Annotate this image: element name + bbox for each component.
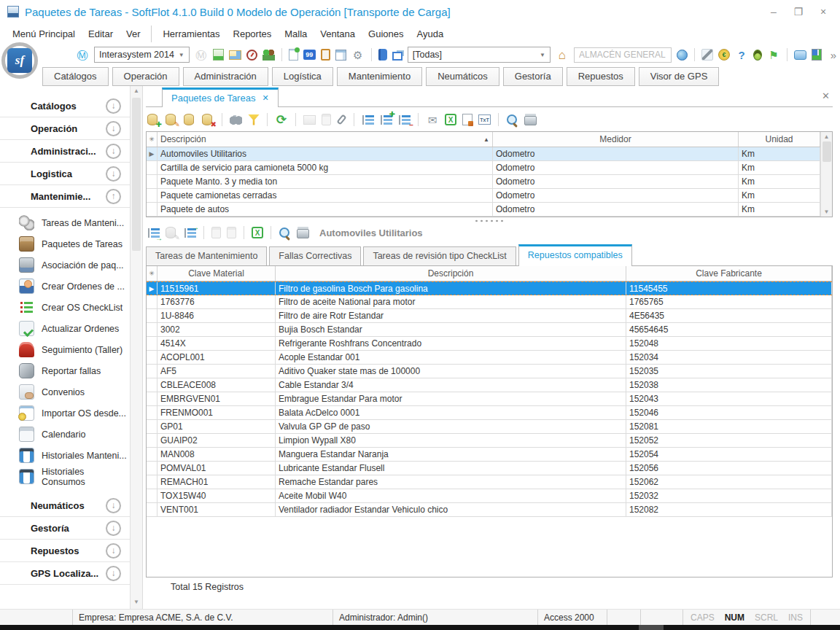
chat-icon[interactable] bbox=[794, 50, 806, 60]
export-excel-icon[interactable]: X bbox=[252, 227, 263, 238]
gear-icon[interactable]: ⚙ bbox=[351, 48, 365, 61]
filter-funnel-icon[interactable] bbox=[248, 114, 260, 125]
column-header-clave-fabricante[interactable]: Clave Fabricante bbox=[626, 266, 832, 281]
export-note-icon[interactable] bbox=[462, 114, 472, 125]
currency-icon[interactable]: € bbox=[718, 49, 730, 61]
sidebar-item[interactable]: Seguimiento (Taller) bbox=[0, 339, 130, 360]
scroll-down-icon[interactable]: ▼ bbox=[133, 599, 139, 607]
refresh-icon[interactable]: ⟳ bbox=[275, 113, 288, 126]
module-tab[interactable]: Repuestos bbox=[567, 67, 635, 86]
menu-item[interactable]: Guiones bbox=[362, 26, 410, 42]
attachment-paperclip-icon[interactable] bbox=[336, 114, 346, 125]
menu-item[interactable]: Ver bbox=[120, 26, 152, 42]
detail-tab[interactable]: Fallas Correctivas bbox=[269, 246, 361, 265]
close-button[interactable]: × bbox=[814, 6, 833, 18]
company-combobox[interactable]: Interasystem 2014 ▼ bbox=[94, 47, 190, 63]
sidebar-item[interactable]: Historiales Manteni... bbox=[0, 445, 130, 466]
email-icon[interactable]: ✉ bbox=[426, 113, 439, 126]
scroll-up-icon[interactable]: ▲ bbox=[824, 133, 830, 140]
warehouse-input[interactable] bbox=[574, 47, 672, 63]
column-header-unidad[interactable]: Unidad bbox=[739, 132, 820, 147]
module-tab[interactable]: Logística bbox=[272, 67, 333, 86]
minimize-button[interactable]: – bbox=[764, 6, 783, 18]
repuesto-row[interactable]: 1763776 Filtro de aceite National para m… bbox=[147, 295, 832, 309]
flag-icon[interactable]: ⚑ bbox=[767, 48, 780, 61]
column-header-medidor[interactable]: Medidor bbox=[493, 132, 739, 147]
print-preview-icon[interactable] bbox=[279, 227, 291, 239]
document-tab[interactable]: Paquetes de Tareas ✕ bbox=[162, 88, 279, 107]
print-icon[interactable] bbox=[297, 229, 309, 238]
sidebar-scrollbar[interactable]: ▲ ▼ bbox=[130, 86, 143, 609]
repuesto-row[interactable]: MAN008 Manguera Estandar Naranja 152054 bbox=[147, 448, 832, 462]
link-repuesto-add-icon[interactable]: → bbox=[147, 228, 160, 238]
module-tab[interactable]: Catálogos bbox=[42, 67, 109, 86]
audit-clipboard-icon[interactable] bbox=[321, 49, 330, 61]
personnel-icon[interactable] bbox=[262, 50, 275, 61]
repuesto-row[interactable]: ▶ 11515961 Filtro de gasolina Bosch Para… bbox=[147, 281, 832, 295]
fleet-filter-combobox[interactable]: [Todas] ▼ bbox=[408, 47, 551, 63]
module-tab[interactable]: Operación bbox=[112, 67, 179, 86]
repuesto-row[interactable]: GP01 Valvula GP GP de paso 152081 bbox=[147, 420, 832, 434]
scrollbar-thumb[interactable] bbox=[132, 98, 141, 251]
globe-icon[interactable] bbox=[677, 50, 688, 61]
packages-grid-scrollbar[interactable]: ▲ ▼ bbox=[820, 132, 832, 217]
repuesto-row[interactable]: ACOPL001 Acople Estandar 001 152034 bbox=[147, 351, 832, 365]
catalog-book-icon[interactable] bbox=[378, 49, 387, 61]
module-tab[interactable]: Administración bbox=[183, 67, 268, 86]
tools-search-icon[interactable] bbox=[701, 49, 713, 61]
repuesto-row[interactable]: 1U-8846 Filtro de aire Rotr Estandar 4E5… bbox=[147, 309, 832, 323]
module-tab[interactable]: Neumáticos bbox=[426, 67, 499, 86]
scrollbar-thumb[interactable] bbox=[822, 141, 831, 162]
menu-item[interactable]: Editar bbox=[82, 26, 120, 42]
sidebar-item[interactable]: Asociación de paq... bbox=[0, 254, 130, 276]
repuesto-row[interactable]: TOX15W40 Aceite Mobil W40 152032 bbox=[147, 489, 832, 503]
sidebar-section[interactable]: Gestoría ↓ bbox=[0, 517, 130, 540]
sidebar-item[interactable]: Reportar fallas bbox=[0, 360, 130, 381]
menu-item[interactable]: Ayuda bbox=[410, 26, 450, 42]
report-grid-icon[interactable] bbox=[335, 50, 346, 61]
sidebar-section[interactable]: Logistica ↓ bbox=[0, 163, 130, 185]
menu-item[interactable]: Reportes bbox=[227, 26, 279, 42]
sidebar-item[interactable]: Crear Ordenes de ... bbox=[0, 276, 130, 297]
vehicle-entry-icon[interactable] bbox=[213, 49, 224, 61]
sidebar-section[interactable]: Repuestos ↓ bbox=[0, 540, 130, 562]
package-row[interactable]: Paquete de autos Odometro Km bbox=[147, 203, 820, 217]
sidebar-section[interactable]: Administraci... ↓ bbox=[0, 140, 130, 163]
package-row[interactable]: Cartilla de servicio para camioneta 5000… bbox=[147, 161, 820, 175]
new-document-icon[interactable] bbox=[289, 49, 298, 61]
view-record-icon[interactable] bbox=[184, 114, 196, 126]
repuesto-row[interactable]: EMBRGVEN01 Embrague Estandar Para motor … bbox=[147, 392, 832, 406]
photos-icon[interactable] bbox=[229, 50, 241, 60]
sidebar-section[interactable]: Catálogos ↓ bbox=[0, 95, 130, 117]
package-row[interactable]: Paquete Manto. 3 y media ton Odometro Km bbox=[147, 175, 820, 189]
monitor-icon[interactable]: Ⓜ bbox=[76, 48, 89, 61]
restore-button[interactable]: ❐ bbox=[789, 6, 808, 18]
repuesto-row[interactable]: FRENMO001 Balata AcDelco 0001 152046 bbox=[147, 406, 832, 420]
critical-99-icon[interactable]: 99 bbox=[303, 50, 316, 60]
menu-item[interactable]: Menú Principal bbox=[6, 26, 82, 42]
detail-tab[interactable]: Tareas de revisión tipo CheckList bbox=[363, 246, 516, 265]
sidebar-section[interactable]: GPS Localiza... ↓ bbox=[0, 562, 130, 585]
scroll-up-icon[interactable]: ▲ bbox=[133, 88, 139, 96]
grid-splitter[interactable] bbox=[146, 217, 833, 225]
module-tab[interactable]: Visor de GPS bbox=[639, 67, 720, 86]
column-header-descripcion[interactable]: Descripción ▲ bbox=[158, 132, 493, 147]
add-record-icon[interactable]: ✚ bbox=[147, 114, 160, 126]
cascade-windows-icon[interactable] bbox=[392, 52, 402, 61]
repuesto-row[interactable]: AF5 Aditivo Quaker state mas de 100000 1… bbox=[147, 365, 832, 378]
document-tab-close-icon[interactable]: ✕ bbox=[262, 93, 268, 103]
edit-record-icon[interactable]: ✎ bbox=[166, 114, 178, 126]
column-header-descripcion[interactable]: Descripción bbox=[276, 266, 626, 281]
repuesto-row[interactable]: CBLEACE008 Cable Estandar 3/4 152038 bbox=[147, 378, 832, 392]
sidebar-item[interactable]: Calendario bbox=[0, 424, 130, 445]
sidebar-section[interactable]: Neumáticos ↓ bbox=[0, 494, 130, 517]
sidebar-item[interactable]: Actualizar Ordenes bbox=[0, 318, 130, 339]
exit-door-icon[interactable] bbox=[812, 49, 822, 61]
repuesto-row[interactable]: REMACH01 Remache Estandar pares 152062 bbox=[147, 475, 832, 489]
dashboard-gauge-icon[interactable] bbox=[246, 50, 257, 61]
sidebar-item[interactable]: Tareas de Manteni... bbox=[0, 212, 130, 233]
home-icon[interactable]: ⌂ bbox=[556, 48, 569, 61]
sidebar-item[interactable]: Convenios bbox=[0, 381, 130, 402]
package-row[interactable]: Paquete camionetas cerradas Odometro Km bbox=[147, 189, 820, 203]
help-icon[interactable]: ? bbox=[735, 48, 748, 61]
